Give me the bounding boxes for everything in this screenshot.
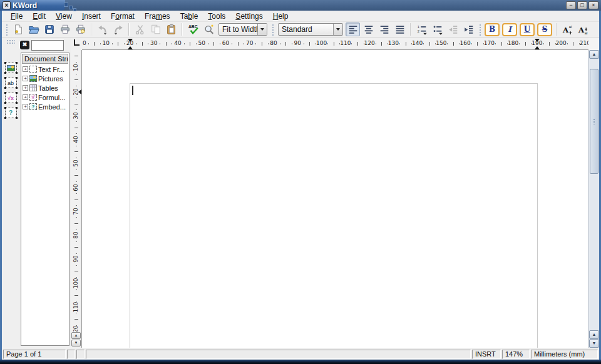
ruler-number: 50 bbox=[71, 156, 81, 170]
tree-expander-icon[interactable]: + bbox=[23, 104, 28, 109]
open-icon bbox=[28, 24, 39, 35]
ruler-tick bbox=[160, 43, 160, 44]
align-left-button[interactable] bbox=[346, 23, 360, 36]
spell-icon: ABC bbox=[188, 24, 199, 35]
menu-settings[interactable]: Settings bbox=[230, 11, 267, 21]
align-center-button[interactable] bbox=[361, 23, 376, 36]
insert-table-tool[interactable]: I bbox=[3, 46, 18, 60]
tree-item-tables[interactable]: +Tables bbox=[21, 83, 69, 93]
units-indicator[interactable]: Millimeters (mm) bbox=[531, 350, 598, 359]
zoom-indicator[interactable]: 147% bbox=[502, 350, 530, 359]
menu-tools[interactable]: Tools bbox=[203, 11, 230, 21]
menu-format[interactable]: Format bbox=[106, 11, 140, 21]
numbered-list-button[interactable]: 12 bbox=[414, 23, 429, 36]
insert-formula-tool[interactable]: √x bbox=[3, 91, 18, 105]
page-indicator: Page 1 of 1 bbox=[3, 350, 66, 359]
scrollbar-thumb[interactable] bbox=[590, 69, 598, 174]
horizontal-ruler[interactable]: 0102030405060708090100110120130140150160… bbox=[82, 38, 588, 50]
document-canvas[interactable] bbox=[82, 50, 588, 348]
align-right-button[interactable] bbox=[377, 23, 391, 36]
increase-indent-button[interactable] bbox=[461, 23, 476, 36]
toolbar-handle[interactable] bbox=[478, 23, 481, 36]
clear-icon[interactable]: ✖ bbox=[20, 41, 29, 49]
ruler-tick bbox=[543, 43, 544, 44]
insert-text-frame-tool[interactable]: ab bbox=[3, 76, 18, 90]
right-margin-marker[interactable] bbox=[535, 44, 540, 49]
print-preview-button[interactable] bbox=[73, 23, 88, 36]
menu-edit[interactable]: Edit bbox=[28, 11, 51, 21]
titlebar[interactable]: × KWord −□× bbox=[0, 0, 601, 11]
paste-button[interactable] bbox=[164, 23, 178, 36]
text-frame-border bbox=[130, 83, 538, 348]
vertical-ruler[interactable]: 102030405060708090100110120 bbox=[71, 50, 81, 331]
tree-expander-icon[interactable]: + bbox=[23, 76, 28, 81]
print-button[interactable] bbox=[58, 23, 72, 36]
document-structure-header[interactable]: Document Stru bbox=[22, 54, 68, 64]
close-button[interactable]: × bbox=[588, 1, 598, 9]
bold-button[interactable]: B bbox=[485, 23, 500, 36]
menu-frames[interactable]: Frames bbox=[140, 11, 175, 21]
menu-file[interactable]: File bbox=[6, 11, 28, 21]
scroll-up-button-2[interactable]: ▲ bbox=[589, 330, 599, 339]
ruler-tick bbox=[411, 43, 412, 44]
minimize-button[interactable]: − bbox=[566, 1, 576, 9]
bullet-list-button[interactable] bbox=[430, 23, 444, 36]
italic-button[interactable]: I bbox=[502, 23, 517, 36]
spellcheck-button[interactable]: ABC bbox=[186, 23, 200, 36]
kword-app-icon[interactable]: × bbox=[3, 1, 11, 9]
panel-input[interactable] bbox=[31, 40, 64, 51]
align-justify-button[interactable] bbox=[393, 23, 407, 36]
open-document-button[interactable] bbox=[26, 23, 41, 36]
find-button[interactable] bbox=[202, 23, 216, 36]
top-margin-marker[interactable] bbox=[76, 89, 81, 94]
toolbar-handle[interactable] bbox=[271, 23, 274, 36]
zoom-combo[interactable]: Fit to Width bbox=[218, 23, 267, 36]
superscript-button[interactable]: Aal bbox=[560, 23, 575, 36]
underline-button[interactable]: U bbox=[520, 23, 535, 36]
insert-picture-tool[interactable] bbox=[3, 61, 18, 75]
ruler-tick bbox=[184, 43, 185, 44]
window-title: KWord bbox=[13, 1, 37, 10]
scroll-down-button[interactable]: ▼ bbox=[589, 339, 599, 348]
scrollbar-track[interactable] bbox=[589, 59, 599, 330]
paragraph-style-combo-dropdown-button[interactable] bbox=[333, 24, 342, 35]
menu-insert[interactable]: Insert bbox=[77, 11, 106, 21]
redo-button bbox=[111, 23, 125, 36]
tree-item-pictures[interactable]: +Pictures bbox=[21, 74, 69, 83]
tree-item-embed[interactable]: +Embed... bbox=[21, 102, 69, 111]
maximize-button[interactable]: □ bbox=[577, 1, 587, 9]
new-document-button[interactable] bbox=[11, 23, 25, 36]
paragraph-style-combo[interactable]: Standard bbox=[278, 23, 343, 36]
undo-button bbox=[95, 23, 110, 36]
tree-expander-icon[interactable]: + bbox=[23, 85, 28, 91]
menu-table[interactable]: Table bbox=[175, 11, 203, 21]
subscript-button[interactable]: Aal bbox=[576, 23, 590, 36]
ruler-tick bbox=[76, 277, 77, 278]
ruler-tick bbox=[74, 56, 78, 56]
page-up-button[interactable]: ▲ bbox=[71, 332, 81, 339]
toolbar-grip[interactable] bbox=[6, 39, 15, 44]
ruler-tick bbox=[507, 43, 508, 44]
insert-mode-indicator[interactable]: INSRT bbox=[472, 350, 501, 359]
menu-view[interactable]: View bbox=[51, 11, 77, 21]
tree-expander-icon[interactable]: + bbox=[23, 66, 28, 72]
tree-item-formul[interactable]: +Formul... bbox=[21, 93, 69, 102]
ruler-tick bbox=[76, 217, 77, 218]
strikethrough-button[interactable]: S bbox=[537, 23, 552, 36]
insert-object-tool[interactable]: ? bbox=[3, 106, 18, 120]
ruler-tick bbox=[244, 43, 244, 44]
ruler-tick bbox=[148, 43, 148, 44]
alignC-icon bbox=[363, 24, 374, 35]
page-down-button[interactable]: ▼ bbox=[71, 340, 81, 346]
menu-help[interactable]: Help bbox=[268, 11, 294, 21]
tree-expander-icon[interactable]: + bbox=[23, 94, 28, 100]
zoom-combo-dropdown-button[interactable] bbox=[257, 24, 267, 35]
first-line-indent-marker[interactable] bbox=[128, 44, 133, 49]
ruler-tick bbox=[74, 200, 78, 200]
ruler-tick bbox=[76, 289, 77, 290]
superscript-icon: Aal bbox=[562, 24, 573, 35]
tree-item-textfr[interactable]: +Text Fr... bbox=[21, 64, 69, 74]
save-document-button[interactable] bbox=[42, 23, 56, 36]
scroll-up-button[interactable]: ▲ bbox=[589, 50, 599, 59]
toolbar-handle[interactable] bbox=[5, 23, 8, 36]
